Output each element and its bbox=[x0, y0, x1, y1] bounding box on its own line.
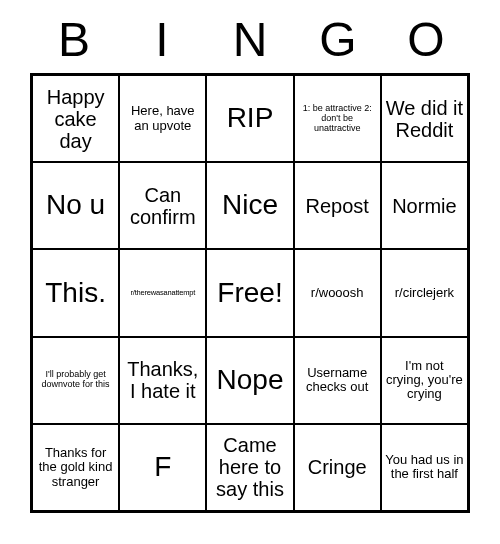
bingo-grid: Happy cake day Here, have an upvote RIP … bbox=[30, 73, 470, 513]
bingo-cell[interactable]: r/wooosh bbox=[294, 249, 381, 336]
bingo-cell[interactable]: Repost bbox=[294, 162, 381, 249]
bingo-cell[interactable]: Here, have an upvote bbox=[119, 75, 206, 162]
header-letter-g: G bbox=[294, 12, 382, 67]
bingo-cell[interactable]: We did it Reddit bbox=[381, 75, 468, 162]
bingo-cell[interactable]: F bbox=[119, 424, 206, 511]
bingo-cell[interactable]: Cringe bbox=[294, 424, 381, 511]
header-letter-n: N bbox=[206, 12, 294, 67]
bingo-cell[interactable]: No u bbox=[32, 162, 119, 249]
bingo-cell[interactable]: 1: be attractive 2: don't be unattractiv… bbox=[294, 75, 381, 162]
bingo-cell[interactable]: I'm not crying, you're crying bbox=[381, 337, 468, 424]
bingo-cell-free[interactable]: Free! bbox=[206, 249, 293, 336]
bingo-cell[interactable]: Can confirm bbox=[119, 162, 206, 249]
bingo-cell[interactable]: Normie bbox=[381, 162, 468, 249]
bingo-cell[interactable]: Thanks, I hate it bbox=[119, 337, 206, 424]
bingo-cell[interactable]: You had us in the first half bbox=[381, 424, 468, 511]
bingo-cell[interactable]: RIP bbox=[206, 75, 293, 162]
bingo-cell[interactable]: Username checks out bbox=[294, 337, 381, 424]
bingo-cell[interactable]: Nope bbox=[206, 337, 293, 424]
bingo-cell[interactable]: Happy cake day bbox=[32, 75, 119, 162]
bingo-cell[interactable]: This. bbox=[32, 249, 119, 336]
bingo-cell[interactable]: I'll probably get downvote for this bbox=[32, 337, 119, 424]
header-letter-b: B bbox=[30, 12, 118, 67]
bingo-cell[interactable]: Nice bbox=[206, 162, 293, 249]
header-letter-o: O bbox=[382, 12, 470, 67]
bingo-cell[interactable]: r/circlejerk bbox=[381, 249, 468, 336]
bingo-cell[interactable]: Thanks for the gold kind stranger bbox=[32, 424, 119, 511]
bingo-header-row: B I N G O bbox=[30, 12, 470, 67]
header-letter-i: I bbox=[118, 12, 206, 67]
bingo-cell[interactable]: Came here to say this bbox=[206, 424, 293, 511]
bingo-cell[interactable]: r/therewasanattempt bbox=[119, 249, 206, 336]
